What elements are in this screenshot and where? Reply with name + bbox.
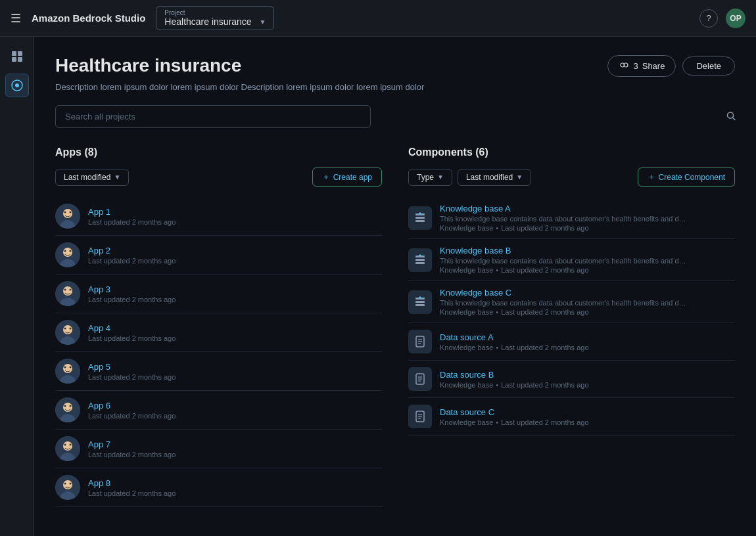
topnav-left: ☰ Amazon Bedrock Studio Project Healthca… <box>11 6 274 30</box>
comp-meta: Knowledge base • Last updated 2 months a… <box>440 381 589 389</box>
app-name: App 2 <box>88 246 176 256</box>
sidebar-icon-projects[interactable] <box>5 74 29 97</box>
apps-section-title: Apps (8) <box>55 146 382 158</box>
svg-rect-59 <box>415 301 425 303</box>
app-info: App 4 Last updated 2 months ago <box>88 323 176 342</box>
search-bar <box>55 105 735 128</box>
comp-name: Data source A <box>440 332 589 342</box>
app-list-item[interactable]: App 3 Last updated 2 months ago <box>55 275 382 313</box>
app-list: App 1 Last updated 2 months ago App 2 La… <box>55 197 382 507</box>
component-list-item[interactable]: Data source C Knowledge base • Last upda… <box>408 398 735 436</box>
svg-point-28 <box>64 328 66 330</box>
app-updated: Last updated 2 months ago <box>88 489 176 497</box>
comp-type: Knowledge base <box>440 224 493 232</box>
comp-updated: Last updated 2 months ago <box>501 224 588 232</box>
app-list-item[interactable]: App 5 Last updated 2 months ago <box>55 352 382 391</box>
comp-type: Knowledge base <box>440 344 493 351</box>
project-dropdown[interactable]: Project Healthcare insurance ▼ <box>156 6 274 30</box>
svg-point-18 <box>64 250 66 252</box>
component-list-item[interactable]: Knowledge base C This knowledge base con… <box>408 281 735 323</box>
app-updated: Last updated 2 months ago <box>88 296 176 303</box>
app-name: App 1 <box>88 207 176 217</box>
svg-point-14 <box>70 212 72 213</box>
app-name: App 3 <box>88 284 176 294</box>
components-type-chevron-icon: ▼ <box>437 173 444 181</box>
app-info: App 2 Last updated 2 months ago <box>88 246 176 265</box>
help-icon[interactable]: ? <box>699 9 718 28</box>
app-avatar <box>55 242 80 267</box>
app-list-item[interactable]: App 4 Last updated 2 months ago <box>55 313 382 352</box>
components-modified-filter-button[interactable]: Last modified ▼ <box>458 169 531 186</box>
project-name: Healthcare insurance <box>164 16 251 27</box>
apps-filter-button[interactable]: Last modified ▼ <box>55 169 129 186</box>
comp-info: Data source A Knowledge base • Last upda… <box>440 332 589 351</box>
sidebar <box>0 37 34 536</box>
svg-rect-56 <box>415 262 425 264</box>
sidebar-icon-grid[interactable] <box>5 45 29 68</box>
comp-name: Data source B <box>440 370 589 380</box>
create-app-button[interactable]: ＋ Create app <box>312 168 382 187</box>
components-modified-chevron-icon: ▼ <box>516 173 523 181</box>
hamburger-icon[interactable]: ☰ <box>11 11 21 26</box>
comp-meta-dot: • <box>496 224 498 232</box>
component-list-item[interactable]: Knowledge base B This knowledge base con… <box>408 239 735 281</box>
apps-column: Apps (8) Last modified ▼ ＋ Create app <box>55 146 382 507</box>
comp-name: Knowledge base A <box>440 204 690 213</box>
share-count-icon <box>619 60 629 72</box>
search-icon <box>726 110 736 123</box>
components-type-filter-label: Type <box>417 173 434 182</box>
svg-rect-0 <box>12 51 16 56</box>
comp-updated: Last updated 2 months ago <box>501 266 588 274</box>
app-info: App 7 Last updated 2 months ago <box>88 439 176 458</box>
app-list-item[interactable]: App 8 Last updated 2 months ago <box>55 468 382 507</box>
svg-marker-57 <box>418 254 422 256</box>
apps-filter-chevron-icon: ▼ <box>114 173 120 181</box>
svg-marker-61 <box>418 296 422 298</box>
comp-type: Knowledge base <box>440 266 493 274</box>
comp-info: Knowledge base C This knowledge base con… <box>440 288 690 316</box>
svg-rect-52 <box>415 220 425 222</box>
user-avatar[interactable]: OP <box>726 9 745 28</box>
comp-meta: Knowledge base • Last updated 2 months a… <box>440 308 690 316</box>
search-input[interactable] <box>55 105 371 128</box>
comp-desc: This knowledge base contains data about … <box>440 299 690 307</box>
apps-filter-label: Last modified <box>64 173 110 182</box>
dropdown-chevron-icon: ▼ <box>259 18 266 26</box>
delete-button[interactable]: Delete <box>682 56 735 76</box>
app-list-item[interactable]: App 1 Last updated 2 months ago <box>55 197 382 236</box>
create-component-button[interactable]: ＋ Create Component <box>638 168 735 187</box>
svg-point-48 <box>64 483 66 485</box>
comp-meta-dot: • <box>496 418 498 426</box>
create-app-plus-icon: ＋ <box>322 171 330 183</box>
comp-icon <box>408 405 432 428</box>
components-section-title: Components (6) <box>408 146 735 158</box>
page-description: Description lorem ipsum dolor lorem ipsu… <box>55 82 735 92</box>
svg-point-24 <box>70 289 72 291</box>
comp-desc: This knowledge base contains data about … <box>440 257 690 265</box>
comp-icon <box>408 248 432 272</box>
comp-name: Knowledge base C <box>440 288 690 298</box>
create-app-label: Create app <box>333 173 372 182</box>
component-list-item[interactable]: Data source B Knowledge base • Last upda… <box>408 361 735 398</box>
comp-icon <box>408 206 432 230</box>
app-avatar <box>55 281 80 306</box>
components-type-filter-button[interactable]: Type ▼ <box>408 169 452 186</box>
component-list-item[interactable]: Knowledge base A This knowledge base con… <box>408 197 735 239</box>
svg-point-8 <box>728 112 734 118</box>
app-list-item[interactable]: App 6 Last updated 2 months ago <box>55 391 382 430</box>
page-title: Healthcare insurance <box>55 55 241 76</box>
app-list-item[interactable]: App 7 Last updated 2 months ago <box>55 430 382 468</box>
app-info: App 1 Last updated 2 months ago <box>88 207 176 226</box>
svg-point-34 <box>70 367 72 368</box>
app-avatar <box>55 475 80 500</box>
app-name: App 5 <box>88 362 176 372</box>
component-list-item[interactable]: Data source A Knowledge base • Last upda… <box>408 323 735 361</box>
main-layout: Healthcare insurance 3 Share Delete Desc… <box>0 37 756 536</box>
app-avatar <box>55 359 80 384</box>
apps-filter-left: Last modified ▼ <box>55 169 129 186</box>
svg-rect-60 <box>415 304 425 306</box>
app-avatar <box>55 320 80 345</box>
svg-point-43 <box>64 444 66 446</box>
app-list-item[interactable]: App 2 Last updated 2 months ago <box>55 236 382 275</box>
share-button[interactable]: 3 Share <box>607 55 676 77</box>
